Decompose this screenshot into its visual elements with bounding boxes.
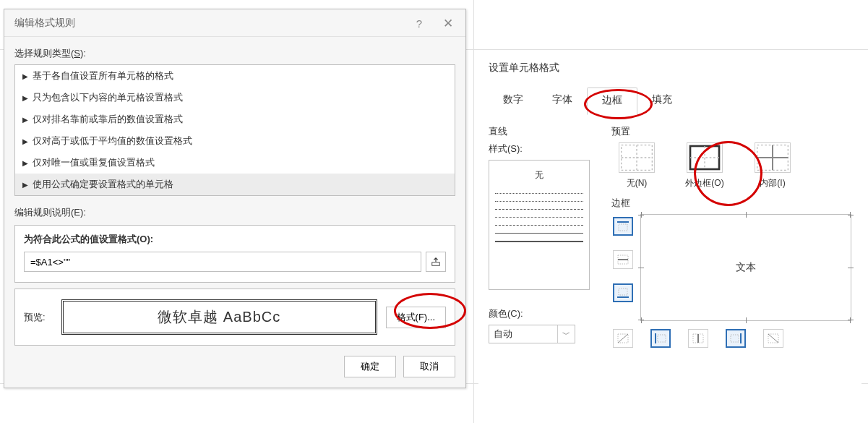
- rule-type-text: 仅对唯一值或重复值设置格式: [33, 156, 155, 169]
- preset-none[interactable]: 无(N): [611, 142, 662, 189]
- range-selector-button[interactable]: [426, 252, 446, 272]
- border-preview: 文本: [640, 214, 851, 321]
- dialog-button-row: 确定 取消: [4, 356, 465, 388]
- rule-type-text: 基于各自值设置所有单元格的格式: [33, 69, 173, 82]
- preset-label: 无(N): [627, 177, 648, 189]
- border-middle-vertical-button[interactable]: [688, 329, 708, 348]
- style-dotted[interactable]: [495, 193, 583, 194]
- rule-type-text: 仅对排名靠前或靠后的数值设置格式: [33, 113, 183, 126]
- chevron-down-icon: ﹀: [557, 325, 570, 343]
- line-group-label: 直线: [489, 125, 597, 138]
- svg-rect-22: [731, 335, 739, 342]
- style-label: 样式(S):: [489, 142, 597, 155]
- line-style-list[interactable]: 无: [489, 160, 590, 290]
- edit-rule-desc-label: 编辑规则说明(E):: [4, 203, 465, 225]
- formula-label: 为符合此公式的值设置格式(O):: [24, 233, 446, 246]
- formula-group: 为符合此公式的值设置格式(O):: [14, 225, 455, 283]
- dialog-title: 编辑格式规则: [14, 17, 75, 30]
- triangle-icon: ▶: [22, 72, 28, 80]
- rule-type-text: 使用公式确定要设置格式的单元格: [33, 178, 173, 191]
- style-none[interactable]: 无: [495, 165, 583, 186]
- preset-group-label: 预置: [611, 125, 851, 138]
- rule-type-list[interactable]: ▶基于各自值设置所有单元格的格式 ▶只为包含以下内容的单元格设置格式 ▶仅对排名…: [14, 64, 455, 196]
- border-diagonal-down-button[interactable]: [763, 329, 783, 348]
- style-dash-dot-dot[interactable]: [495, 225, 583, 226]
- preset-outline[interactable]: 外边框(O): [679, 142, 730, 189]
- rule-type-item[interactable]: ▶使用公式确定要设置格式的单元格: [15, 174, 455, 195]
- accelerator-key: E: [74, 207, 80, 218]
- style-fine-dotted[interactable]: [495, 201, 583, 202]
- preset-none-icon: [619, 142, 655, 173]
- format-button[interactable]: 格式(F)...: [386, 307, 446, 328]
- svg-rect-11: [619, 224, 627, 231]
- formula-input[interactable]: [24, 252, 421, 272]
- preset-label: 内部(I): [760, 177, 785, 189]
- triangle-icon: ▶: [22, 137, 28, 145]
- border-right-button[interactable]: [726, 329, 746, 348]
- rule-type-item[interactable]: ▶基于各自值设置所有单元格的格式: [15, 65, 455, 87]
- preset-inside[interactable]: 内部(I): [747, 142, 798, 189]
- cancel-button[interactable]: 取消: [403, 356, 455, 377]
- select-rule-type-label: 选择规则类型(S):: [4, 37, 465, 64]
- rule-type-text: 只为包含以下内容的单元格设置格式: [33, 91, 183, 104]
- color-value: 自动: [494, 328, 512, 341]
- triangle-icon: ▶: [22, 94, 28, 102]
- style-thin-solid[interactable]: [495, 233, 583, 234]
- edit-format-rule-dialog: 编辑格式规则 ? ✕ 选择规则类型(S): ▶基于各自值设置所有单元格的格式 ▶…: [4, 9, 466, 388]
- preview-label: 预览:: [24, 311, 53, 324]
- preset-row: 无(N) 外边框(O) 内部(I): [611, 142, 851, 189]
- format-cells-dialog: 设置单元格格式 数字 字体 边框 填充 直线 样式(S): 无 颜色(C):: [478, 54, 861, 416]
- svg-rect-14: [619, 289, 627, 295]
- collapse-dialog-icon: [431, 257, 441, 267]
- preset-inside-icon: [755, 142, 791, 173]
- color-select[interactable]: 自动 ﹀: [489, 325, 575, 343]
- border-bottom-button[interactable]: [613, 283, 633, 302]
- rule-type-item[interactable]: ▶仅对唯一值或重复值设置格式: [15, 152, 455, 174]
- border-preview-text: 文本: [736, 261, 756, 274]
- close-button[interactable]: ✕: [434, 9, 463, 37]
- format-cells-title: 设置单元格格式: [478, 54, 861, 87]
- triangle-icon: ▶: [22, 116, 28, 124]
- svg-line-25: [768, 334, 778, 343]
- tab-strip: 数字 字体 边框 填充: [478, 87, 861, 115]
- tab-number[interactable]: 数字: [489, 87, 538, 115]
- style-medium-solid[interactable]: [495, 241, 583, 242]
- triangle-icon: ▶: [22, 159, 28, 167]
- svg-line-17: [618, 334, 628, 343]
- tab-font[interactable]: 字体: [538, 87, 587, 115]
- style-dashed[interactable]: [495, 209, 583, 210]
- help-button[interactable]: ?: [405, 9, 434, 37]
- label-fragment: 选择规则类型(: [14, 48, 74, 59]
- rule-type-item[interactable]: ▶仅对高于或低于平均值的数值设置格式: [15, 130, 455, 152]
- rule-type-item[interactable]: ▶仅对排名靠前或靠后的数值设置格式: [15, 108, 455, 130]
- border-diagonal-up-button[interactable]: [613, 329, 633, 348]
- tab-border[interactable]: 边框: [587, 87, 637, 115]
- border-top-button[interactable]: [613, 217, 633, 236]
- preview-sample: 微软卓越 AaBbCc: [61, 299, 377, 335]
- border-group-label: 边框: [611, 197, 851, 210]
- style-dash-dot[interactable]: [495, 217, 583, 218]
- tab-fill[interactable]: 填充: [637, 87, 687, 115]
- triangle-icon: ▶: [22, 181, 28, 189]
- preview-group: 预览: 微软卓越 AaBbCc 格式(F)...: [14, 289, 455, 346]
- border-middle-horizontal-button[interactable]: [613, 250, 633, 269]
- label-fragment: ):: [80, 207, 86, 218]
- accelerator-key: S: [74, 48, 80, 59]
- preset-label: 外边框(O): [685, 177, 723, 189]
- ok-button[interactable]: 确定: [344, 356, 396, 377]
- rule-type-text: 仅对高于或低于平均值的数值设置格式: [33, 134, 192, 148]
- dialog-titlebar: 编辑格式规则 ? ✕: [4, 9, 465, 37]
- preset-outline-icon: [687, 142, 723, 173]
- svg-rect-0: [432, 262, 440, 265]
- svg-rect-19: [658, 335, 666, 342]
- label-fragment: ):: [80, 48, 86, 59]
- label-fragment: 编辑规则说明(: [14, 207, 74, 218]
- rule-type-item[interactable]: ▶只为包含以下内容的单元格设置格式: [15, 87, 455, 108]
- color-label: 颜色(C):: [489, 307, 597, 320]
- border-left-button[interactable]: [650, 329, 671, 348]
- border-area: 文本: [611, 214, 851, 350]
